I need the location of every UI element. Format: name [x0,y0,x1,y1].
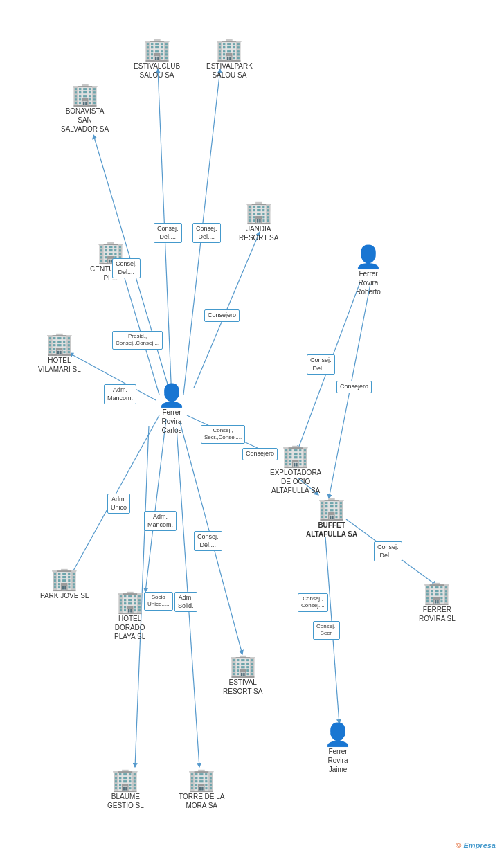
building-icon-estivalclub: 🏢 [143,38,171,60]
building-icon-buffet: 🏢 [318,497,345,519]
building-icon-ferrer-rovira-sl: 🏢 [423,582,451,604]
badge-consej-secr: Consej.,Secr.,Consej.... [201,425,245,444]
building-icon-estival-resort: 🏢 [229,654,257,676]
badge-consej-del-2: Consej.Del.... [192,223,221,243]
label-ferrer-roberto: Ferrer Rovira Roberto [356,269,381,296]
label-estivalpark: ESTIVALPARK SALOU SA [206,62,253,80]
label-torre-mora: TORRE DE LA MORA SA [179,792,225,810]
person-icon-roberto: 👤 [354,246,382,268]
brand-name: Empresa [464,841,496,849]
node-hotel-vilamari: 🏢 HOTEL VILAMARI SL [38,332,81,374]
building-icon-dorado: 🏢 [116,591,144,613]
badge-consej-del-roberto: Consej.Del.... [307,354,335,375]
label-estival-resort: ESTIVAL RESORT SA [223,678,262,696]
node-hotel-dorado: 🏢 HOTEL DORADO PLAYA SL [114,591,145,641]
badge-adm-mancom-1: Adm.Mancom. [104,384,136,404]
node-ferrer-roberto: 👤 Ferrer Rovira Roberto [354,246,382,296]
building-icon-blaume: 🏢 [111,768,139,791]
badge-consej-secr-2: Consej.,Secr. [313,621,340,640]
label-explotadora: EXPLOTADORA DE OCIO ALTAFULLA SA [270,468,321,495]
label-jandia: JANDIA RESORT SA [239,224,278,242]
building-icon-park-jove: 🏢 [51,568,78,590]
node-estivalclub: 🏢 ESTIVALCLUB SALOU SA [134,38,180,80]
node-park-jove: 🏢 PARK JOVE SL [40,568,89,600]
badge-consejero-1: Consejero [204,309,240,322]
badge-consejero-explot: Consejero [242,448,278,460]
node-explotadora: 🏢 EXPLOTADORA DE OCIO ALTAFULLA SA [270,444,321,495]
badge-consej-del-1: Consej.Del.... [154,223,182,243]
badge-adm-mancom-2: Adm.Mancom. [144,511,177,531]
badge-presid: Presid.,Consej.,Consej.... [112,331,163,350]
building-icon-torre-mora: 🏢 [188,768,215,791]
node-jandia: 🏢 JANDIA RESORT SA [239,201,278,242]
node-bonavista: 🏢 BONAVISTA SAN SALVADOR SA [61,83,109,134]
node-estival-resort: 🏢 ESTIVAL RESORT SA [223,654,262,696]
label-ferrer-rovira-sl: FERRER ROVIRA SL [419,605,456,623]
building-icon-bonavista: 🏢 [71,83,99,105]
node-estivalpark: 🏢 ESTIVALPARK SALOU SA [206,38,253,80]
node-ferrer-carlos: 👤 Ferrer Rovira Carlos [158,384,186,435]
node-blaume: 🏢 BLAUME GESTIO SL [107,768,144,810]
label-bonavista: BONAVISTA SAN SALVADOR SA [61,107,109,134]
node-buffet-altafulla: 🏢 BUFFET ALTAFULLA SA [306,497,357,539]
label-estivalclub: ESTIVALCLUB SALOU SA [134,62,180,80]
node-torre-mora: 🏢 TORRE DE LA MORA SA [179,768,225,810]
badge-adm-unico: Adm.Unico [107,494,130,514]
badge-socio-unico: SocioUnico,.... [144,592,173,611]
person-icon-carlos: 👤 [158,384,186,406]
person-icon-jaime: 👤 [324,723,352,746]
copyright-symbol: © [456,841,461,849]
building-icon-vilamari: 🏢 [46,332,73,354]
badge-adm-solid: Adm.Solid. [174,592,197,612]
label-hotel-vilamari: HOTEL VILAMARI SL [38,356,81,374]
building-icon-jandia: 🏢 [245,201,273,223]
node-ferrer-jaime: 👤 Ferrer Rovira Jaime [324,723,352,774]
label-hotel-dorado: HOTEL DORADO PLAYA SL [114,614,145,641]
building-icon-explotadora: 🏢 [282,444,309,467]
building-icon-estivalpark: 🏢 [215,38,243,60]
label-buffet-altafulla: BUFFET ALTAFULLA SA [306,521,357,539]
diagram-canvas: 🏢 ESTIVALCLUB SALOU SA 🏢 ESTIVALPARK SAL… [0,0,504,855]
node-ferrer-rovira-sl: 🏢 FERRER ROVIRA SL [419,582,456,623]
label-blaume: BLAUME GESTIO SL [107,792,144,810]
badge-consej-del-buffet: Consej.Del.... [374,541,402,561]
label-park-jove: PARK JOVE SL [40,591,89,600]
badge-consej-del-3: Consej.Del.... [194,531,222,551]
label-ferrer-carlos: Ferrer Rovira Carlos [162,408,182,435]
label-ferrer-jaime: Ferrer Rovira Jaime [328,747,348,774]
badge-consej-del-centurion: Consej.Del.... [112,258,141,278]
watermark: © Empresa [456,841,496,849]
badge-consejero-roberto: Consejero [336,381,372,393]
svg-line-8 [145,419,166,592]
badge-consej-consej: Consej.,Consej.... [298,593,328,612]
